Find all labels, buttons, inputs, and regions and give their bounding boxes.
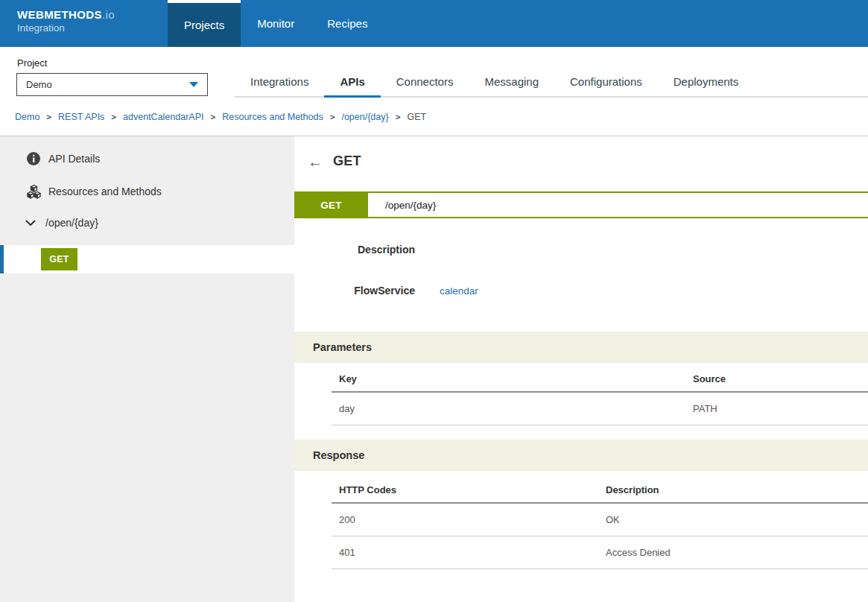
sidebar: API Details Resources and Methods /open/… <box>0 136 294 602</box>
sidebar-item-label: /open/{day} <box>45 217 98 229</box>
description-label: Description <box>294 244 415 256</box>
http-code-cell: 401 <box>332 536 606 569</box>
breadcrumb-link-resource-path[interactable]: /open/{day} <box>341 112 388 122</box>
tab-integrations[interactable]: Integrations <box>235 66 324 98</box>
table-header-row: Key Source <box>332 363 868 392</box>
method-path-value: /open/{day} <box>368 193 436 217</box>
tab-apis[interactable]: APIs <box>324 66 380 98</box>
breadcrumb-separator: > <box>111 113 116 121</box>
sidebar-item-open-day-resource[interactable]: /open/{day} <box>0 211 294 235</box>
method-path-bar: GET /open/{day} <box>294 191 868 218</box>
webmethods-logo: WEBMETHODS.io Integration <box>17 0 168 47</box>
nav-item-recipes[interactable]: Recipes <box>311 0 384 47</box>
http-code-cell: 200 <box>332 503 606 536</box>
chevron-down-icon[interactable] <box>22 220 39 226</box>
sidebar-item-api-details[interactable]: API Details <box>0 147 294 171</box>
tab-messaging[interactable]: Messaging <box>469 66 554 98</box>
column-header-key: Key <box>332 363 693 392</box>
project-selector-label: Project <box>17 57 47 69</box>
logo-brand-suffix: .io <box>102 8 115 21</box>
response-table: HTTP Codes Description 200 OK 401 Access… <box>332 474 868 569</box>
project-select-value: Demo <box>26 79 52 90</box>
param-source-cell: PATH <box>693 392 868 425</box>
top-nav: WEBMETHODS.io Integration Projects Monit… <box>0 0 868 47</box>
project-select-dropdown[interactable]: Demo <box>16 73 208 96</box>
sub-header: Project Demo Integrations APIs Connector… <box>0 47 868 98</box>
http-description-cell: OK <box>606 503 868 536</box>
section-tabs: Integrations APIs Connectors Messaging C… <box>235 66 754 98</box>
breadcrumb-link-rest-apis[interactable]: REST APIs <box>58 112 104 122</box>
table-row: 200 OK <box>332 503 868 536</box>
logo-brand: WEBMETHODS.io <box>17 8 168 21</box>
breadcrumb-link-demo[interactable]: Demo <box>15 112 39 122</box>
sidebar-item-resources-and-methods[interactable]: Resources and Methods <box>0 180 294 203</box>
column-header-source: Source <box>693 363 868 392</box>
tab-deployments[interactable]: Deployments <box>658 66 755 98</box>
flowservice-label: FlowService <box>294 285 415 297</box>
nav-item-projects[interactable]: Projects <box>168 0 241 47</box>
logo-brand-text: WEBMETHODS <box>17 8 102 21</box>
sidebar-item-label: Resources and Methods <box>48 186 162 197</box>
breadcrumb-link-api[interactable]: adventCalendarAPI <box>123 112 203 122</box>
cubes-icon <box>25 184 42 200</box>
app-window: WEBMETHODS.io Integration Projects Monit… <box>0 0 868 602</box>
http-description-cell: Access Denied <box>606 536 868 569</box>
breadcrumb-separator: > <box>210 113 215 121</box>
top-nav-items: Projects Monitor Recipes <box>168 0 384 47</box>
breadcrumb-current: GET <box>407 112 426 122</box>
method-chip: GET <box>294 193 368 217</box>
breadcrumb-separator: > <box>396 113 401 121</box>
nav-item-monitor[interactable]: Monitor <box>241 0 311 47</box>
response-section-header: Response <box>294 440 868 471</box>
tab-configurations[interactable]: Configurations <box>554 66 658 98</box>
flowservice-link[interactable]: calendar <box>440 285 478 297</box>
sidebar-method-get-selected[interactable]: GET <box>0 245 294 273</box>
column-header-description: Description <box>606 474 868 503</box>
parameters-table: Key Source day PATH <box>332 363 868 425</box>
get-method-badge[interactable]: GET <box>41 248 77 270</box>
table-row: 401 Access Denied <box>332 536 868 569</box>
sidebar-item-label: API Details <box>48 153 100 165</box>
breadcrumb-separator: > <box>330 113 335 121</box>
breadcrumb: Demo > REST APIs > adventCalendarAPI > R… <box>0 98 868 136</box>
method-page-header: ← GET <box>308 153 361 169</box>
table-row: day PATH <box>332 392 868 425</box>
back-arrow-icon[interactable]: ← <box>308 154 323 169</box>
chevron-down-icon <box>189 82 198 87</box>
table-header-row: HTTP Codes Description <box>332 474 868 503</box>
main-content: ← GET GET /open/{day} Description FlowSe… <box>294 136 868 602</box>
info-icon <box>25 151 42 166</box>
parameters-section-header: Parameters <box>294 332 868 363</box>
page-title: GET <box>333 153 361 169</box>
logo-product-name: Integration <box>17 22 168 34</box>
param-key-cell: day <box>332 392 693 425</box>
breadcrumb-link-resources[interactable]: Resources and Methods <box>222 112 323 122</box>
breadcrumb-separator: > <box>46 113 51 121</box>
tab-connectors[interactable]: Connectors <box>381 66 469 98</box>
column-header-http-codes: HTTP Codes <box>332 474 606 503</box>
